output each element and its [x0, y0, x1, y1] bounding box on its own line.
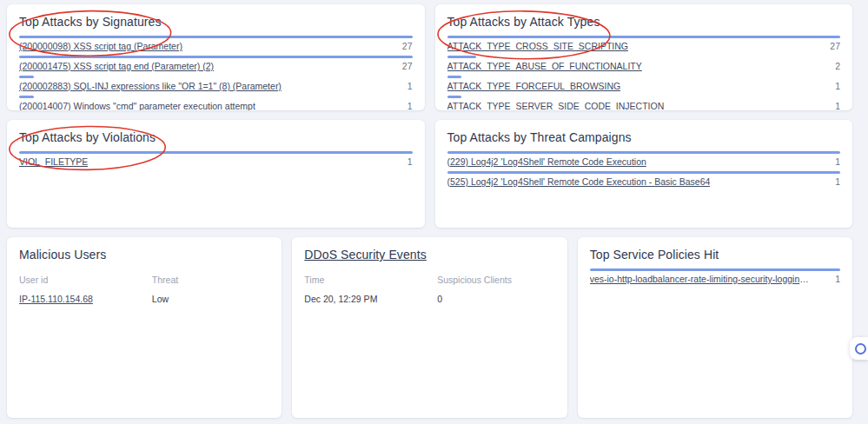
value-bar: [447, 76, 462, 78]
panel-malicious-users: Malicious Users User id Threat IP-115.11…: [7, 237, 282, 418]
panel-title-ddos-link[interactable]: DDoS Security Events: [304, 248, 427, 262]
ddos-table-row: Dec 20, 12:29 PM 0: [304, 294, 554, 304]
panel-title-service-policies: Top Service Policies Hit: [590, 248, 719, 262]
item-value: 1: [835, 176, 840, 187]
bar-list-item: ATTACK_TYPE_CROSS_SITE_SCRIPTING 27: [447, 36, 841, 51]
item-link[interactable]: (200014007) Windows "cmd" parameter exec…: [19, 101, 255, 110]
item-value: 1: [835, 81, 840, 91]
item-link[interactable]: ATTACK_TYPE_ABUSE_OF_FUNCTIONALITY: [447, 61, 642, 71]
item-link[interactable]: ves-io-http-loadbalancer-rate-limiting-s…: [590, 274, 811, 284]
bar-list-item: ATTACK_TYPE_FORCEFUL_BROWSING 1: [447, 76, 841, 91]
panel-title-attack-types: Top Attacks by Attack Types: [447, 15, 600, 30]
panel-title-malicious-users: Malicious Users: [19, 248, 106, 262]
bar-list-item: (200000098) XSS script tag (Parameter) 2…: [19, 36, 413, 51]
item-value: 2: [835, 61, 840, 71]
time-value: Dec 20, 12:29 PM: [304, 294, 437, 304]
user-id-link[interactable]: IP-115.110.154.68: [19, 294, 152, 304]
threat-level-value: Low: [152, 294, 270, 304]
help-icon: [855, 343, 866, 354]
service-policies-bar-list: ves-io-http-loadbalancer-rate-limiting-s…: [590, 268, 840, 284]
item-value: 1: [407, 81, 413, 91]
item-value: 1: [407, 101, 413, 110]
panel-title-threat-campaigns: Top Attacks by Threat Campaigns: [447, 130, 632, 145]
item-link[interactable]: ATTACK_TYPE_FORCEFUL_BROWSING: [447, 81, 621, 91]
panel-ddos-security-events: DDoS Security Events Time Suspicious Cli…: [292, 237, 567, 418]
value-bar: [447, 151, 841, 154]
item-link[interactable]: (200001475) XSS script tag end (Paramete…: [19, 61, 214, 71]
bar-list-item: (229) Log4j2 'Log4Shell' Remote Code Exe…: [447, 151, 841, 167]
column-header-user-id: User id: [19, 275, 152, 285]
column-header-suspicious-clients: Suspicious Clients: [437, 275, 555, 285]
dashboard-row-1: Top Attacks by Signatures (200000098) XS…: [7, 4, 852, 110]
value-bar: [447, 171, 841, 174]
panel-title-signatures: Top Attacks by Signatures: [19, 15, 162, 30]
bar-list-item: (200002883) SQL-INJ expressions like "OR…: [19, 76, 413, 91]
help-floating-button[interactable]: [850, 337, 868, 360]
bar-list-item: (200014007) Windows "cmd" parameter exec…: [19, 96, 413, 110]
value-bar: [19, 151, 413, 154]
item-value: 1: [835, 156, 840, 167]
item-link[interactable]: ATTACK_TYPE_SERVER_SIDE_CODE_INJECTION: [447, 101, 665, 110]
item-value: 1: [835, 274, 840, 284]
item-value: 27: [830, 41, 840, 51]
item-value: 27: [402, 41, 413, 51]
bar-list-item: ATTACK_TYPE_ABUSE_OF_FUNCTIONALITY 2: [447, 56, 841, 71]
panel-title-violations: Top Attacks by Violations: [19, 130, 156, 145]
signatures-bar-list: (200000098) XSS script tag (Parameter) 2…: [19, 36, 413, 110]
item-link[interactable]: VIOL_FILETYPE: [19, 156, 88, 167]
bar-list-item: ATTACK_TYPE_SERVER_SIDE_CODE_INJECTION 1: [447, 96, 841, 110]
item-link[interactable]: (200000098) XSS script tag (Parameter): [19, 41, 182, 51]
dashboard-row-3: Malicious Users User id Threat IP-115.11…: [7, 237, 852, 418]
malicious-users-table-row: IP-115.110.154.68 Low: [19, 294, 269, 304]
item-value: 27: [402, 61, 413, 71]
panel-top-service-policies-hit: Top Service Policies Hit ves-io-http-loa…: [578, 237, 852, 418]
violations-bar-list: VIOL_FILETYPE 1: [19, 151, 413, 167]
item-link[interactable]: (229) Log4j2 'Log4Shell' Remote Code Exe…: [447, 156, 646, 167]
threat-campaigns-bar-list: (229) Log4j2 'Log4Shell' Remote Code Exe…: [447, 151, 841, 187]
malicious-users-header-row: User id Threat: [19, 275, 269, 285]
value-bar: [447, 96, 462, 98]
value-bar: [447, 56, 477, 58]
attack-types-bar-list: ATTACK_TYPE_CROSS_SITE_SCRIPTING 27 ATTA…: [447, 36, 841, 110]
dashboard-row-2: Top Attacks by Violations VIOL_FILETYPE …: [7, 120, 852, 228]
bar-list-item: (525) Log4j2 'Log4Shell' Remote Code Exe…: [447, 171, 841, 187]
suspicious-clients-value: 0: [437, 294, 555, 304]
panel-top-attacks-by-attack-types: Top Attacks by Attack Types ATTACK_TYPE_…: [435, 4, 853, 110]
ddos-header-row: Time Suspicious Clients: [304, 275, 554, 285]
bar-list-item: (200001475) XSS script tag end (Paramete…: [19, 56, 413, 71]
security-dashboard: Top Attacks by Signatures (200000098) XS…: [0, 0, 868, 424]
bar-list-item: VIOL_FILETYPE 1: [19, 151, 413, 167]
bar-list-item: ves-io-http-loadbalancer-rate-limiting-s…: [590, 268, 840, 284]
panel-top-attacks-by-signatures: Top Attacks by Signatures (200000098) XS…: [7, 4, 425, 110]
value-bar: [19, 76, 34, 78]
value-bar: [19, 96, 34, 98]
item-value: 1: [407, 156, 413, 167]
item-link[interactable]: (200002883) SQL-INJ expressions like "OR…: [19, 81, 282, 91]
item-link[interactable]: ATTACK_TYPE_CROSS_SITE_SCRIPTING: [447, 41, 629, 51]
value-bar: [447, 36, 841, 38]
item-link[interactable]: (525) Log4j2 'Log4Shell' Remote Code Exe…: [447, 176, 711, 187]
panel-top-attacks-by-threat-campaigns: Top Attacks by Threat Campaigns (229) Lo…: [435, 120, 853, 228]
column-header-threat: Threat: [152, 275, 270, 285]
panel-top-attacks-by-violations: Top Attacks by Violations VIOL_FILETYPE …: [7, 120, 425, 228]
value-bar: [19, 36, 413, 38]
item-value: 1: [835, 101, 840, 110]
value-bar: [590, 268, 840, 271]
value-bar: [19, 56, 413, 58]
column-header-time: Time: [304, 275, 437, 285]
